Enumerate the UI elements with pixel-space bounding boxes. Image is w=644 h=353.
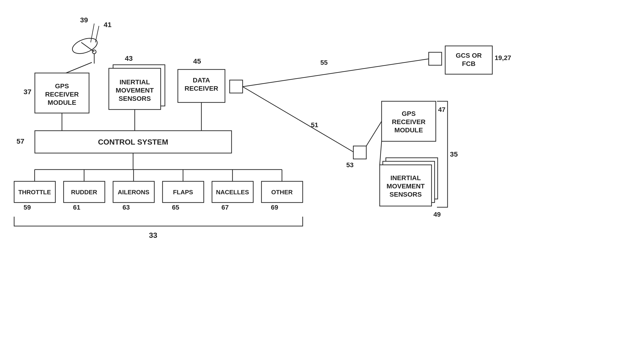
svg-line-63	[242, 59, 429, 87]
svg-text:DATA: DATA	[193, 76, 210, 84]
svg-text:67: 67	[222, 204, 229, 211]
svg-text:33: 33	[149, 231, 157, 240]
svg-text:MOVEMENT: MOVEMENT	[116, 87, 154, 94]
svg-text:63: 63	[122, 204, 130, 211]
svg-text:FLAPS: FLAPS	[173, 189, 193, 196]
svg-line-4	[91, 24, 94, 42]
svg-rect-23	[230, 80, 242, 93]
svg-text:RECEIVER: RECEIVER	[392, 118, 426, 126]
svg-text:45: 45	[193, 57, 201, 65]
svg-line-30	[66, 62, 92, 73]
svg-rect-65	[353, 146, 366, 159]
svg-line-66	[242, 87, 353, 152]
svg-text:41: 41	[104, 21, 112, 28]
svg-text:RECEIVER: RECEIVER	[45, 91, 79, 98]
svg-text:MODULE: MODULE	[48, 99, 76, 106]
svg-text:CONTROL SYSTEM: CONTROL SYSTEM	[98, 138, 168, 146]
svg-text:47: 47	[438, 106, 446, 113]
svg-text:MODULE: MODULE	[394, 126, 423, 134]
svg-text:59: 59	[24, 204, 31, 211]
svg-text:THROTTLE: THROTTLE	[18, 189, 51, 196]
svg-text:19,27: 19,27	[495, 54, 511, 62]
svg-text:AILERONS: AILERONS	[118, 189, 149, 196]
svg-text:SENSORS: SENSORS	[119, 95, 151, 102]
svg-text:51: 51	[311, 121, 318, 128]
svg-text:61: 61	[73, 204, 80, 211]
svg-text:GCS OR: GCS OR	[456, 52, 482, 59]
svg-text:GPS: GPS	[402, 110, 416, 117]
svg-text:GPS: GPS	[55, 82, 69, 90]
svg-text:MOVEMENT: MOVEMENT	[386, 182, 425, 190]
svg-text:NACELLES: NACELLES	[216, 189, 249, 196]
svg-text:55: 55	[320, 59, 328, 66]
svg-text:53: 53	[346, 161, 354, 168]
svg-text:35: 35	[450, 150, 458, 158]
svg-rect-62	[429, 52, 442, 65]
svg-line-3	[81, 42, 94, 52]
svg-text:65: 65	[172, 204, 179, 211]
svg-text:43: 43	[125, 54, 132, 62]
svg-text:SENSORS: SENSORS	[390, 191, 422, 198]
svg-text:INERTIAL: INERTIAL	[120, 78, 150, 86]
svg-text:39: 39	[80, 16, 88, 24]
svg-text:FCB: FCB	[462, 60, 476, 67]
svg-text:37: 37	[24, 88, 31, 96]
svg-text:OTHER: OTHER	[271, 189, 293, 196]
svg-text:INERTIAL: INERTIAL	[390, 174, 421, 182]
diagram-container: 39 41 GPS RECEIVER MODULE 37 INERTIAL MO…	[0, 0, 644, 353]
svg-text:69: 69	[271, 204, 278, 211]
svg-text:57: 57	[16, 137, 24, 145]
svg-text:RECEIVER: RECEIVER	[184, 85, 218, 92]
svg-text:RUDDER: RUDDER	[71, 189, 97, 196]
diagram-svg: 39 41 GPS RECEIVER MODULE 37 INERTIAL MO…	[0, 0, 644, 353]
svg-line-5	[96, 26, 99, 42]
svg-line-82	[380, 141, 382, 165]
svg-text:49: 49	[434, 211, 441, 218]
